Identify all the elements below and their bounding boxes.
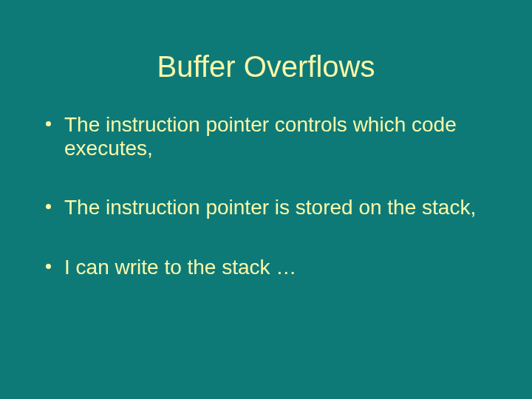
bullet-item: The instruction pointer is stored on the…: [46, 196, 488, 219]
bullet-icon: [46, 204, 51, 209]
bullet-icon: [46, 264, 51, 269]
bullet-text: The instruction pointer controls which c…: [64, 113, 488, 160]
bullet-item: I can write to the stack …: [46, 256, 488, 279]
bullet-text: The instruction pointer is stored on the…: [64, 196, 488, 219]
slide-content: The instruction pointer controls which c…: [0, 113, 532, 279]
bullet-item: The instruction pointer controls which c…: [46, 113, 488, 160]
bullet-icon: [46, 121, 51, 126]
slide-title: Buffer Overflows: [0, 0, 532, 113]
bullet-text: I can write to the stack …: [64, 256, 488, 279]
slide-container: Buffer Overflows The instruction pointer…: [0, 0, 532, 399]
